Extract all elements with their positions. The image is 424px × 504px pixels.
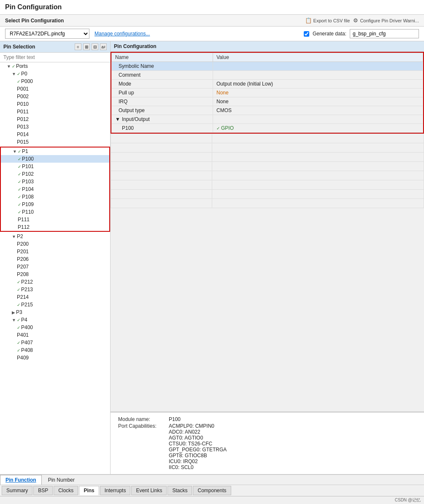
nav-tab-stacks[interactable]: Stacks (167, 486, 192, 495)
check-icon-p109: ✓ (18, 202, 21, 207)
tree-label-p010: P010 (17, 101, 29, 107)
nav-tab-pins[interactable]: Pins (79, 486, 99, 495)
cell-comment-value[interactable] (213, 71, 423, 80)
nav-tab-bsp[interactable]: BSP (33, 486, 53, 495)
tree-item-p100[interactable]: ✓ P100 (1, 155, 109, 163)
nav-tab-event-links[interactable]: Event Links (131, 486, 167, 495)
tree-item-p212[interactable]: ✓ P212 (0, 278, 110, 286)
tree-item-p012[interactable]: P012 (0, 115, 110, 123)
generate-data-checkbox[interactable] (304, 31, 309, 37)
tree-item-p014[interactable]: P014 (0, 131, 110, 138)
tree-label-p4: P4 (21, 317, 27, 323)
tree-item-p108[interactable]: ✓ P108 (1, 193, 109, 201)
generate-data-input[interactable] (350, 29, 419, 38)
check-icon-p104: ✓ (18, 187, 21, 192)
tab-pin-number[interactable]: Pin Number (43, 475, 80, 485)
table-row-comment[interactable]: Comment (112, 71, 423, 80)
tree-item-p2[interactable]: ▼ P2 (0, 233, 110, 240)
cell-symbolic-name-value[interactable] (213, 62, 423, 71)
tree-item-p409[interactable]: P409 (0, 354, 110, 362)
tree-item-p214[interactable]: P214 (0, 293, 110, 301)
cell-output-type-value[interactable]: CMOS (213, 106, 423, 115)
tree-item-p001[interactable]: P001 (0, 85, 110, 93)
tree-item-p101[interactable]: ✓ P101 (1, 163, 109, 170)
tree-label-p102: P102 (22, 171, 34, 177)
table-row-p100[interactable]: P100 ✓GPIO (112, 124, 423, 133)
nav-tab-clocks[interactable]: Clocks (54, 486, 78, 495)
check-icon-p4: ✓ (17, 318, 20, 322)
tree-item-p112[interactable]: P112 (1, 223, 109, 231)
col-header-value: Value (213, 53, 423, 62)
table-row-symbolic-name[interactable]: Symbolic Name (112, 62, 423, 71)
tree-item-p015[interactable]: P015 (0, 138, 110, 146)
tree-item-p4[interactable]: ▼ ✓ P4 (0, 316, 110, 324)
expand-icon-p3[interactable]: ▶ (12, 310, 15, 315)
tree-item-p208[interactable]: P208 (0, 271, 110, 278)
tree-item-p1[interactable]: ▼ ✓ P1 (1, 147, 109, 155)
cap-agt0: AGT0: AGTIO0 (169, 435, 227, 441)
tree-item-p011[interactable]: P011 (0, 108, 110, 115)
expand-icon-p1[interactable]: ▼ (13, 149, 17, 154)
tree-item-p002[interactable]: P002 (0, 93, 110, 100)
tree-item-p207[interactable]: P207 (0, 263, 110, 271)
tree-item-p408[interactable]: ✓ P408 (0, 346, 110, 354)
table-row-irq[interactable]: IRQ None (112, 97, 423, 106)
tree-item-p401[interactable]: P401 (0, 331, 110, 339)
tree-label-p408: P408 (21, 347, 33, 353)
tree-label-p012: P012 (17, 116, 29, 122)
expand-icon-ports[interactable]: ▼ (7, 64, 11, 69)
tree-label-p104: P104 (22, 186, 34, 192)
manage-configurations-link[interactable]: Manage configurations... (95, 31, 150, 37)
export-csv-button[interactable]: 📋 Export to CSV file (305, 17, 350, 24)
table-row-mode[interactable]: Mode Output mode (Initial Low) (112, 80, 423, 88)
nav-tab-summary[interactable]: Summary (2, 486, 32, 495)
table-row-pullup[interactable]: Pull up None (112, 88, 423, 97)
cell-mode-value[interactable]: Output mode (Initial Low) (213, 80, 423, 88)
tree-item-p000[interactable]: ✓ P000 (0, 78, 110, 85)
tree-item-ports[interactable]: ▼ ✓ Ports (0, 62, 110, 70)
tree-item-p111[interactable]: P111 (1, 216, 109, 223)
tree-item-p013[interactable]: P013 (0, 123, 110, 131)
empty-rows-table (111, 134, 424, 208)
tree-item-p0[interactable]: ▼ ✓ P0 (0, 70, 110, 78)
tree-item-p109[interactable]: ✓ P109 (1, 201, 109, 208)
nav-tabs-row: Summary BSP Clocks Pins Interrupts Event… (0, 485, 424, 496)
expand-icon-p2[interactable]: ▼ (12, 234, 16, 239)
filter-input[interactable] (0, 53, 110, 62)
tree-item-p3[interactable]: ▶ P3 (0, 308, 110, 316)
tree-item-p102[interactable]: ✓ P102 (1, 170, 109, 178)
tab-pin-function[interactable]: Pin Function (0, 475, 42, 485)
tree-item-p104[interactable]: ✓ P104 (1, 185, 109, 193)
tree-item-p010[interactable]: P010 (0, 100, 110, 108)
table-row-output-type[interactable]: Output type CMOS (112, 106, 423, 115)
tree-item-p200[interactable]: P200 (0, 240, 110, 248)
nav-tab-interrupts[interactable]: Interrupts (100, 486, 131, 495)
tree-item-p103[interactable]: ✓ P103 (1, 178, 109, 185)
pin-config-header: Pin Configuration (111, 41, 424, 52)
tree-item-p206[interactable]: P206 (0, 255, 110, 263)
sort-icon[interactable]: az (100, 43, 107, 50)
tree-label-p201: P201 (17, 249, 29, 255)
configure-pin-driver-button[interactable]: ⚙ Configure Pin Driver Warni... (353, 17, 419, 24)
check-icon-p0: ✓ (17, 72, 20, 76)
expand-icon-p4[interactable]: ▼ (12, 318, 16, 322)
cell-p100-value[interactable]: ✓GPIO (213, 124, 423, 133)
list-icon[interactable]: ≡ (75, 43, 81, 50)
tree-label-p109: P109 (22, 201, 34, 207)
cell-pullup-value[interactable]: None (213, 88, 423, 97)
nav-tab-components[interactable]: Components (193, 486, 231, 495)
config-file-select[interactable]: R7FA2E1A72DFL.pincfg (5, 29, 89, 39)
tree-item-p215[interactable]: ✓ P215 (0, 301, 110, 308)
tree-item-p201[interactable]: P201 (0, 248, 110, 255)
remove-icon[interactable]: ⊟ (92, 43, 98, 50)
module-info-table: Module name: P100 Port Capabilities: ACM… (116, 416, 229, 471)
add-icon[interactable]: ⊞ (83, 43, 90, 50)
main-area: Pin Selection ≡ ⊞ ⊟ az ▼ ✓ Ports ▼ (0, 41, 424, 474)
expand-icon-p0[interactable]: ▼ (12, 72, 16, 76)
tree-item-p110[interactable]: ✓ P110 (1, 208, 109, 216)
cell-irq-value[interactable]: None (213, 97, 423, 106)
tree-item-p213[interactable]: ✓ P213 (0, 286, 110, 293)
tree-item-p407[interactable]: ✓ P407 (0, 339, 110, 346)
tree-item-p400[interactable]: ✓ P400 (0, 324, 110, 331)
tree-label-p001: P001 (17, 86, 29, 92)
